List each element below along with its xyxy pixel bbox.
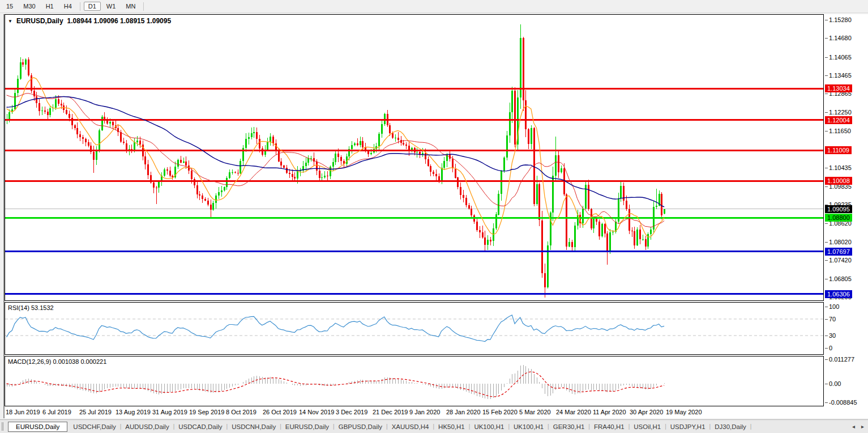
time-axis-label: 30 Apr 2020 (630, 409, 663, 415)
price-axis-tick: 1.13465 (829, 71, 852, 79)
macd-axis-tick: -0.008845 (829, 398, 857, 406)
timeframe-mn-button[interactable]: MN (121, 2, 140, 11)
time-axis-label: 8 Oct 2019 (226, 409, 256, 415)
symbol-period-label: EURUSD,Daily (16, 17, 63, 25)
chart-tab[interactable]: USDCHF,Daily (69, 422, 119, 431)
time-axis-label: 14 Nov 2019 (299, 409, 334, 415)
time-axis-label: 19 Sep 2019 (189, 409, 224, 415)
time-axis-label: 25 Jul 2019 (79, 409, 112, 415)
time-axis-label: 6 Jul 2019 (42, 409, 71, 415)
chart-tabs-bar: EURUSD,DailyUSDCHF,Daily|AUDUSD,Daily|US… (0, 419, 868, 433)
time-axis-label: 15 Feb 2020 (482, 409, 518, 415)
toolbar-separator (143, 2, 144, 11)
time-axis-label: 26 Oct 2019 (263, 409, 297, 415)
chart-tab[interactable]: FRA40,H1 (590, 422, 628, 431)
time-axis-label: 18 Jun 2019 (6, 409, 40, 415)
chevron-down-icon[interactable]: ▼ (8, 19, 12, 24)
timeframe-15-button[interactable]: 15 (2, 2, 18, 11)
current-price-badge: 1.09095 (825, 205, 852, 213)
time-axis-label: 3 Dec 2019 (336, 409, 367, 415)
rsi-axis-tick: 30 (829, 332, 836, 339)
toolbar-separator (80, 2, 80, 11)
chart-tab[interactable]: EURUSD,Daily (281, 422, 333, 431)
macd-axis-tick: 0.011277 (829, 355, 854, 363)
bear-candle-wicks (23, 37, 662, 298)
chart-tab[interactable]: USDJPY,H1 (666, 422, 709, 431)
tab-separator: | (750, 423, 752, 430)
rsi-panel-border (5, 303, 824, 355)
chart-tab[interactable]: USDCAD,Daily (174, 422, 226, 431)
tabs-grip (2, 422, 3, 431)
rsi-axis-tick: 70 (829, 315, 836, 323)
support-level-badge: 1.06306 (825, 290, 852, 298)
timeframe-m30-button[interactable]: M30 (19, 2, 40, 11)
resistance-level-badge: 1.12004 (825, 116, 852, 124)
chart-tab[interactable]: GBPUSD,Daily (335, 422, 386, 431)
timeframe-h1-button[interactable]: H1 (41, 2, 58, 11)
timeframe-d1-button[interactable]: D1 (84, 2, 101, 11)
chart-tab[interactable]: USOil,H1 (630, 422, 665, 431)
resistance-level-badge: 1.11009 (825, 146, 852, 154)
candlestick-chart[interactable] (5, 14, 824, 301)
chart-tab[interactable]: UK100,H1 (510, 422, 548, 431)
macd-chart[interactable] (5, 356, 824, 406)
price-axis-tick: 1.10435 (829, 164, 852, 172)
tabs-scroll-right-icon[interactable]: ▸ (861, 423, 864, 430)
time-axis-label: 28 Jan 2020 (446, 409, 481, 415)
time-axis-label: 31 Aug 2019 (152, 409, 187, 415)
chart-tab[interactable]: DJ30,Daily (711, 422, 750, 431)
ohlc-values: 1.08944 1.09096 1.08915 1.09095 (67, 17, 172, 25)
macd-signal-line (7, 372, 665, 397)
timeframe-w1-button[interactable]: W1 (102, 2, 121, 11)
chart-tab[interactable]: UK100,H1 (470, 422, 508, 431)
macd-axis-tick: 0.00 (829, 380, 841, 388)
tabs-scroll-arrows: ◂▸ (852, 423, 864, 430)
rsi-chart[interactable] (5, 302, 824, 355)
time-axis-label: 21 Dec 2019 (373, 409, 408, 415)
time-axis-label: 11 Apr 2020 (593, 409, 626, 415)
timeframe-h4-button[interactable]: H4 (59, 2, 76, 11)
time-axis-label: 5 Mar 2020 (519, 409, 551, 415)
time-axis-label: 13 Aug 2019 (116, 409, 151, 415)
price-axis-tick: 1.07420 (829, 256, 852, 264)
time-axis: 18 Jun 20196 Jul 201925 Jul 201913 Aug 2… (5, 406, 824, 418)
rsi-axis-tick: 100 (829, 303, 839, 311)
chart-title: ▼ EURUSD,Daily 1.08944 1.09096 1.08915 1… (8, 17, 171, 25)
chart-tab[interactable]: USDCNH,Daily (228, 422, 280, 431)
rsi-axis-tick: 0 (829, 344, 832, 352)
price-axis-tick: 1.14065 (829, 53, 852, 61)
rsi-label: RSI(14) 53.1532 (8, 304, 54, 311)
price-axis-tick: 1.11650 (829, 127, 851, 135)
price-axis-tick: 1.12250 (829, 108, 852, 116)
macd-label: MACD(12,26,9) 0.001038 0.000221 (8, 358, 106, 365)
bear-candle-bodies (22, 38, 662, 287)
price-axis-tick: 1.14680 (829, 34, 852, 42)
trading-terminal-window: { "toolbar": { "items": ["15", "M30", "H… (0, 0, 868, 433)
chart-tab[interactable]: HK50,H1 (434, 422, 469, 431)
price-axis-tick: 1.08020 (829, 238, 852, 246)
support-level-badge: 1.07697 (825, 248, 852, 256)
price-axis-tick: 1.06805 (829, 275, 852, 283)
time-axis-label: 19 May 2020 (666, 409, 702, 415)
chart-window[interactable]: ▼ EURUSD,Daily 1.08944 1.09096 1.08915 1… (3, 14, 868, 418)
macd-histogram (7, 365, 665, 399)
support-level-badge: 1.08800 (825, 214, 852, 222)
chart-tab[interactable]: GER30,H1 (549, 422, 589, 431)
main-panel-border (5, 15, 824, 301)
price-axis: 1.152801.146801.140651.134651.128651.122… (824, 14, 868, 418)
rsi-line (7, 315, 665, 342)
price-axis-tick: 1.15280 (829, 16, 852, 24)
chart-tab[interactable]: XAUUSD,H4 (388, 422, 433, 431)
chart-tab[interactable]: AUDUSD,Daily (121, 422, 173, 431)
resistance-level-badge: 1.13034 (825, 84, 852, 92)
timeframe-toolbar: 15M30H1H4D1W1MN (0, 0, 868, 13)
tabs-scroll-left-icon[interactable]: ◂ (852, 423, 855, 430)
resistance-level-badge: 1.10008 (825, 177, 852, 185)
chart-tab[interactable]: EURUSD,Daily (8, 422, 67, 432)
time-axis-label: 9 Jan 2020 (409, 409, 440, 415)
time-axis-label: 24 Mar 2020 (556, 409, 591, 415)
